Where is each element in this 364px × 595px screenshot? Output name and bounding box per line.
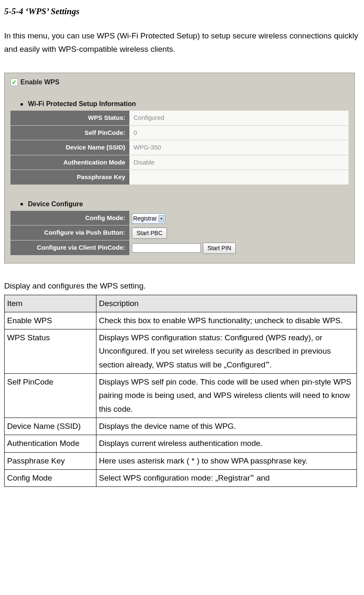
group2-header: Device Configure (28, 200, 83, 208)
info-table-1: WPS Status:Configured Self PinCode:0 Dev… (10, 111, 349, 185)
row-label: Authentication Mode (10, 155, 129, 170)
item-cell: Enable WPS (5, 312, 96, 329)
item-cell: Device Name (SSID) (5, 418, 96, 435)
item-cell: WPS Status (5, 329, 96, 374)
start-pin-button[interactable]: Start PIN (203, 243, 236, 254)
wps-panel: ✓ Enable WPS Wi-Fi Protected Setup Infor… (4, 73, 355, 263)
table-row: Enable WPSCheck this box to enable WPS f… (5, 312, 357, 329)
desc-cell: Check this box to enable WPS functionali… (96, 312, 357, 329)
description-caption: Display and configures the WPS setting. (4, 280, 360, 292)
push-button-label: Configure via Push Button: (10, 225, 129, 241)
table-row: Authentication ModeDisable (10, 155, 349, 170)
start-pbc-button[interactable]: Start PBC (132, 228, 167, 239)
bullet-icon (20, 203, 23, 205)
table-row: Device Name (SSID)WPG-350 (10, 140, 349, 155)
desc-cell: Select WPS configuration mode: „Registra… (96, 469, 357, 486)
description-table: Item Description Enable WPSCheck this bo… (4, 295, 357, 487)
header-description: Description (96, 295, 357, 312)
item-cell: Self PinCode (5, 374, 96, 418)
item-cell: Passphrase Key (5, 452, 96, 469)
row-value (129, 170, 349, 185)
table-row: WPS Status:Configured (10, 111, 349, 125)
group1-header: Wi-Fi Protected Setup Information (28, 100, 136, 107)
table-row: WPS StatusDisplays WPS configuration sta… (5, 329, 357, 374)
desc-cell: Here uses asterisk mark ( * ) to show WP… (96, 452, 357, 469)
row-value: Disable (129, 155, 349, 170)
item-cell: Config Mode (5, 469, 96, 486)
enable-wps-checkbox[interactable]: ✓ (10, 78, 18, 86)
enable-wps-label: Enable WPS (20, 77, 59, 87)
row-label: Self PinCode: (10, 125, 129, 140)
desc-cell: Displays the device name of this WPG. (96, 418, 357, 435)
config-mode-label: Config Mode: (10, 211, 129, 225)
row-value: 0 (129, 125, 349, 140)
table-row: Passphrase Key (10, 170, 349, 185)
table-row: Configure via Push Button: Start PBC (10, 225, 349, 241)
row-label: WPS Status: (10, 111, 129, 125)
config-mode-value: Registrar (133, 214, 157, 223)
chevron-down-icon: ▾ (159, 215, 164, 222)
desc-cell: Displays WPS self pin code. This code wi… (96, 374, 357, 418)
table-row: Device Name (SSID)Displays the device na… (5, 418, 357, 435)
desc-cell: Displays WPS configuration status: Confi… (96, 329, 357, 374)
device-configure-table: Config Mode: Registrar ▾ Configure via P… (10, 211, 349, 256)
client-pincode-input[interactable] (132, 243, 201, 253)
item-cell: Authentication Mode (5, 435, 96, 452)
desc-cell: Displays current wireless authentication… (96, 435, 357, 452)
table-row: Configure via Client PinCode: Start PIN (10, 241, 349, 256)
table-row: Passphrase KeyHere uses asterisk mark ( … (5, 452, 357, 469)
header-item: Item (5, 295, 96, 312)
section-title: 5-5-4 ‘WPS’ Settings (4, 5, 360, 18)
row-label: Device Name (SSID) (10, 140, 129, 155)
table-row: Self PinCode:0 (10, 125, 349, 140)
table-row: Authentication ModeDisplays current wire… (5, 435, 357, 452)
row-value: WPG-350 (129, 140, 349, 155)
table-row: Self PinCodeDisplays WPS self pin code. … (5, 374, 357, 418)
table-row: Config Mode: Registrar ▾ (10, 211, 349, 225)
row-label: Passphrase Key (10, 170, 129, 185)
intro-paragraph: In this menu, you can use WPS (Wi-Fi Pro… (4, 29, 360, 56)
row-value: Configured (129, 111, 349, 125)
table-row: Config ModeSelect WPS configuration mode… (5, 469, 357, 486)
bullet-icon (20, 103, 23, 106)
config-mode-select[interactable]: Registrar ▾ (132, 213, 165, 224)
client-pincode-label: Configure via Client PinCode: (10, 241, 129, 256)
